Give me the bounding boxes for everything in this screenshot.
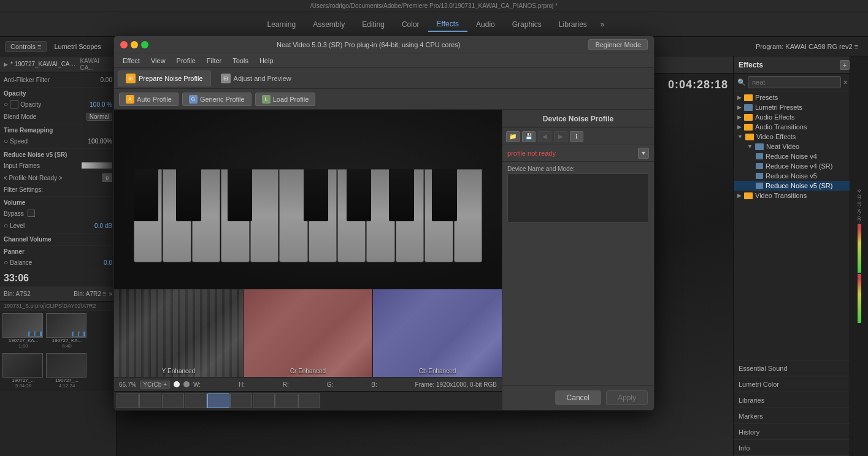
adjust-icon: ⊟ [221, 74, 231, 83]
profile-dropdown-btn[interactable]: ▼ [638, 148, 649, 159]
tree-audio-transitions[interactable]: ▶ Audio Transitions [734, 122, 868, 132]
menu-help[interactable]: Help [255, 56, 278, 66]
dnp-folder-btn[interactable]: 📁 [506, 131, 520, 142]
meter-label-0: -6 [857, 189, 861, 193]
filmstrip-frame-7[interactable] [253, 393, 275, 408]
dnp-status-area: profile not ready ▼ [502, 145, 654, 162]
thumb-grid: ⬛⬛ 190727_KA... 1:00 ⬛⬛ 190727_KA... 6:4… [0, 311, 116, 391]
filmstrip-frame-2[interactable] [139, 393, 161, 408]
filmstrip-frame-5[interactable] [207, 393, 229, 408]
generic-profile-icon: G [189, 95, 198, 104]
folder-icon [744, 124, 753, 131]
device-name-input[interactable] [507, 173, 649, 222]
filter-settings-row: Filter Settings: [4, 184, 112, 195]
beginner-mode-btn[interactable]: Beginner Mode [588, 39, 648, 50]
tab-adjust-preview[interactable]: ⊟ Adjust and Preview [213, 71, 299, 86]
tree-video-effects[interactable]: ▼ Video Effects [734, 132, 868, 142]
filmstrip-frame-3[interactable] [162, 393, 184, 408]
apply-button[interactable]: Apply [606, 390, 648, 405]
lumetri-scopes-btn[interactable]: Lumetri Scopes [49, 42, 106, 51]
effect-icon [756, 153, 763, 159]
filmstrip-frame-8[interactable] [275, 393, 298, 408]
dnp-info-btn[interactable]: ℹ [570, 131, 583, 142]
tree-reduce-noise-v5-sr[interactable]: Reduce Noise v5 (SR) [734, 181, 868, 191]
generic-profile-btn[interactable]: G Generic Profile [182, 93, 252, 106]
thumb-card-4[interactable]: 190727_... 4:12:24 [46, 353, 88, 389]
chevron-down-icon: ▼ [737, 134, 743, 140]
effect-icon [756, 163, 763, 169]
menu-tools[interactable]: Tools [228, 56, 253, 66]
nav-audio[interactable]: Audio [467, 18, 504, 31]
program-monitor-label: Program: KAWAI CA98 RG rev2 ≡ [751, 42, 863, 51]
effect-icon [756, 173, 763, 179]
menu-filter[interactable]: Filter [202, 56, 226, 66]
file-path: 190731_S.prproj\CLIPS\DAY02\A7R2 [0, 302, 116, 311]
filmstrip-frame-4[interactable] [185, 393, 207, 408]
section-markers[interactable]: Markers [734, 408, 868, 424]
nav-learning[interactable]: Learning [258, 18, 304, 31]
filmstrip-frame-9[interactable] [298, 393, 320, 408]
tree-reduce-noise-v5[interactable]: Reduce Noise v5 [734, 171, 868, 181]
menu-profile[interactable]: Profile [172, 56, 201, 66]
tree-reduce-noise-v4[interactable]: Reduce Noise v4 [734, 151, 868, 161]
g-label: G: [327, 381, 334, 388]
device-noise-profile-panel: Device Noise Profile 📁 💾 ◀ ▶ ℹ profile n… [502, 110, 654, 410]
cb-enhanced-thumb: Cb Enhanced [373, 289, 502, 377]
tree-neat-video[interactable]: ▼ Neat Video [734, 142, 868, 151]
dnp-save-btn[interactable]: 💾 [522, 131, 536, 142]
filmstrip-frame-1[interactable] [117, 393, 139, 408]
tree-lumetri-presets[interactable]: ▶ Lumetri Presets [734, 102, 868, 112]
nav-graphics[interactable]: Graphics [504, 18, 550, 31]
tree-video-transitions[interactable]: ▶ Video Transitions [734, 191, 868, 200]
level-row: ○ Level 0.0 dB [4, 219, 112, 232]
white-balance-dot [174, 381, 180, 387]
effects-sections: Essential Sound Lumetri Color Libraries … [734, 360, 868, 456]
tab-prepare-noise-profile[interactable]: ⊞ Prepare Noise Profile [118, 70, 211, 86]
tree-presets[interactable]: ▶ Presets [734, 93, 868, 102]
chevron-right-icon: ▶ [737, 94, 742, 101]
dnp-next-btn[interactable]: ▶ [554, 131, 567, 142]
top-nav: Learning Assembly Editing Color Effects … [258, 17, 609, 32]
effects-add-btn[interactable]: + [840, 60, 850, 70]
filmstrip-frame-6[interactable] [230, 393, 252, 408]
menu-view[interactable]: View [146, 56, 171, 66]
maximize-btn[interactable] [141, 41, 148, 48]
nav-effects[interactable]: Effects [428, 17, 467, 32]
section-lumetri-color[interactable]: Lumetri Color [734, 376, 868, 392]
meter-label-1: -12 [857, 194, 861, 200]
dialog-menubar: Effect View Profile Filter Tools Help [114, 53, 654, 68]
folder-icon [745, 134, 754, 140]
menu-effect[interactable]: Effect [118, 56, 145, 66]
close-btn[interactable] [120, 41, 128, 48]
meter-label-3: -24 [857, 209, 861, 215]
nav-editing[interactable]: Editing [353, 18, 393, 31]
minimize-btn[interactable] [131, 41, 138, 48]
left-panel-header: ▶ * 190727_KAWAI_CA_D... KAWAI CA... [0, 56, 116, 72]
left-panel: ▶ * 190727_KAWAI_CA_D... KAWAI CA... Ant… [0, 56, 117, 456]
section-libraries[interactable]: Libraries [734, 392, 868, 408]
section-history[interactable]: History + [734, 424, 868, 440]
search-clear-btn[interactable]: ✕ [843, 79, 848, 86]
tree-audio-effects[interactable]: ▶ Audio Effects [734, 112, 868, 122]
chevron-right-icon: ▶ [737, 124, 742, 130]
effects-search: 🔍 ✕ ⊞ ⊟ [734, 74, 868, 91]
search-input[interactable] [748, 76, 841, 88]
color-space[interactable]: YCrCb + [140, 381, 170, 389]
bin-header: Bin: A7S2 Bin: A7R2 ≡ » [0, 287, 116, 302]
nav-libraries[interactable]: Libraries [550, 18, 596, 31]
section-info[interactable]: Info [734, 440, 868, 456]
dnp-prev-btn[interactable]: ◀ [538, 131, 551, 142]
nav-color[interactable]: Color [393, 18, 428, 31]
thumb-card-1[interactable]: ⬛⬛ 190727_KA... 1:00 [2, 313, 44, 349]
nav-assembly[interactable]: Assembly [304, 18, 353, 31]
tree-reduce-noise-v4-sr[interactable]: Reduce Noise v4 (SR) [734, 161, 868, 171]
cancel-button[interactable]: Cancel [555, 390, 601, 405]
section-essential-sound[interactable]: Essential Sound [734, 360, 868, 376]
thumb-card-2[interactable]: ⬛⬛ 190727_KA... 6:40 [46, 313, 88, 349]
auto-profile-btn[interactable]: A Auto Profile [119, 93, 179, 106]
cr-enhanced-thumb: Cr Enhanced [244, 289, 373, 377]
controls-panel-btn[interactable]: Controls ≡ [5, 41, 47, 52]
nav-more[interactable]: » [596, 18, 610, 31]
thumb-card-3[interactable]: 190727_... 3:34:28 [2, 353, 44, 389]
load-profile-btn[interactable]: L Load Profile [255, 93, 316, 106]
